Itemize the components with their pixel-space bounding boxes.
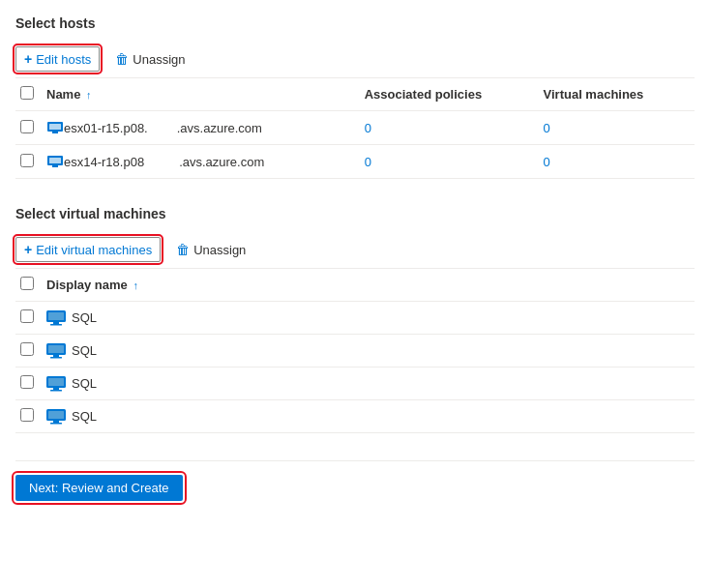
host-name-prefix: esx01-r15.p08. (64, 121, 148, 135)
vm-display-name: SQL (72, 343, 97, 358)
svg-rect-13 (50, 357, 62, 359)
host-name-suffix: .avs.azure.com (177, 121, 262, 135)
host-icon (46, 119, 64, 136)
host-name-cell: esx14-r18.p08 .avs.azure.com (43, 145, 361, 179)
hosts-name-header: Name ↑ (43, 78, 361, 111)
edit-hosts-label: Edit hosts (36, 52, 91, 67)
svg-rect-9 (50, 324, 62, 326)
vm-icon (46, 376, 66, 392)
svg-rect-19 (48, 411, 64, 419)
table-row: esx14-r18.p08 .avs.azure.com 0 0 (15, 145, 695, 179)
svg-rect-8 (53, 322, 59, 324)
table-row: SQL (15, 400, 695, 433)
host-policies-value: 0 (365, 121, 371, 135)
vm-name-cell: SQL (43, 368, 695, 400)
row-checkbox-cell (15, 145, 43, 179)
next-button-label: Next: Review and Create (29, 481, 169, 495)
displayname-sort-icon: ↑ (133, 279, 138, 291)
vms-section: Select virtual machines + Edit virtual m… (15, 206, 695, 433)
name-sort-icon: ↑ (86, 89, 92, 101)
trash-icon: 🗑 (115, 51, 129, 67)
host-vms-cell: 0 (540, 145, 695, 179)
hosts-section-title: Select hosts (15, 15, 695, 31)
host-policies-cell: 0 (361, 111, 540, 145)
hosts-unassign-button[interactable]: 🗑 Unassign (107, 47, 192, 71)
vm-icon (46, 310, 66, 326)
row-checkbox-cell (15, 302, 43, 335)
edit-vms-label: Edit virtual machines (36, 243, 152, 257)
svg-rect-15 (48, 378, 64, 386)
vm-display-name: SQL (72, 409, 97, 424)
row-checkbox[interactable] (20, 120, 34, 133)
host-vms-value: 0 (544, 155, 550, 169)
table-row: esx01-r15.p08. .avs.azure.com 0 0 (15, 111, 695, 145)
host-vms-value: 0 (544, 121, 550, 135)
vm-name-cell: SQL (43, 335, 695, 368)
row-checkbox-cell (15, 111, 43, 145)
hosts-toolbar: + Edit hosts 🗑 Unassign (15, 41, 695, 78)
row-checkbox[interactable] (20, 408, 34, 422)
svg-rect-17 (50, 390, 62, 392)
vms-unassign-label: Unassign (193, 243, 246, 257)
vms-section-title: Select virtual machines (15, 206, 695, 221)
svg-rect-21 (50, 423, 62, 425)
vms-displayname-header: Display name ↑ (43, 269, 695, 302)
hosts-policies-header: Associated policies (361, 78, 540, 111)
host-name-suffix: .avs.azure.com (179, 155, 264, 169)
host-vms-cell: 0 (540, 111, 695, 145)
row-checkbox[interactable] (20, 309, 34, 323)
vms-table: Display name ↑ SQL (15, 269, 695, 433)
svg-rect-16 (53, 388, 59, 390)
hosts-section: Select hosts + Edit hosts 🗑 Unassign Nam… (15, 15, 695, 179)
host-name-cell: esx01-r15.p08. .avs.azure.com (43, 111, 361, 145)
footer-bar: Next: Review and Create (15, 460, 695, 501)
vms-select-all-cell (15, 269, 43, 302)
vm-icon (46, 343, 66, 359)
host-policies-value: 0 (365, 155, 371, 169)
row-checkbox[interactable] (20, 375, 34, 389)
row-checkbox[interactable] (20, 342, 34, 356)
hosts-select-all-cell (15, 78, 43, 111)
hosts-unassign-label: Unassign (133, 52, 185, 67)
row-checkbox[interactable] (20, 154, 34, 167)
svg-rect-12 (53, 355, 59, 357)
vm-name-cell: SQL (43, 302, 695, 335)
edit-vms-button[interactable]: + Edit virtual machines (15, 237, 161, 262)
host-icon (46, 153, 64, 170)
row-checkbox-cell (15, 400, 43, 433)
vm-name-cell: SQL (43, 400, 695, 433)
vms-unassign-button[interactable]: 🗑 Unassign (168, 238, 253, 261)
vm-display-name: SQL (72, 310, 97, 325)
svg-rect-7 (48, 312, 64, 320)
row-checkbox-cell (15, 368, 43, 400)
host-policies-cell: 0 (361, 145, 540, 179)
vms-toolbar: + Edit virtual machines 🗑 Unassign (15, 231, 695, 269)
hosts-select-all-checkbox[interactable] (20, 86, 34, 100)
trash-icon: 🗑 (176, 242, 190, 257)
table-row: SQL (15, 335, 695, 368)
svg-rect-20 (53, 421, 59, 423)
vms-select-all-checkbox[interactable] (20, 277, 34, 290)
vm-display-name: SQL (72, 376, 97, 391)
plus-icon: + (24, 51, 32, 67)
vm-icon (46, 409, 66, 425)
table-row: SQL (15, 368, 695, 400)
host-name-prefix: esx14-r18.p08 (64, 155, 144, 169)
hosts-table: Name ↑ Associated policies Virtual machi… (15, 78, 695, 179)
hosts-vms-header: Virtual machines (540, 78, 695, 111)
row-checkbox-cell (15, 335, 43, 368)
svg-rect-1 (49, 124, 61, 130)
svg-rect-5 (52, 165, 58, 167)
svg-rect-4 (49, 158, 61, 163)
table-row: SQL (15, 302, 695, 335)
edit-hosts-button[interactable]: + Edit hosts (15, 46, 100, 72)
svg-rect-2 (52, 132, 58, 133)
plus-icon: + (24, 242, 32, 257)
next-review-create-button[interactable]: Next: Review and Create (15, 475, 183, 501)
svg-rect-11 (48, 345, 64, 353)
